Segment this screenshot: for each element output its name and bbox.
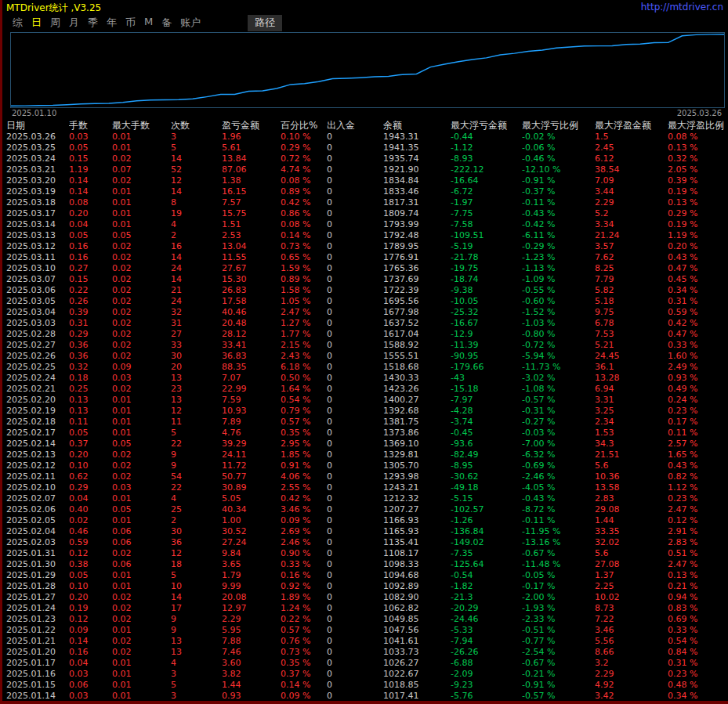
table-row[interactable]: 2025.02.170.050.0154.760.35 %01373.86-0.… (6, 428, 728, 439)
cell-max-float-profit-pct: 0.08 % (668, 132, 728, 143)
table-row[interactable]: 2025.02.060.400.052540.343.46 %01207.27-… (6, 504, 728, 515)
table-row[interactable]: 2025.02.130.200.02924.111.85 %01329.81-8… (6, 449, 728, 460)
cell-deposit: 0 (327, 691, 383, 702)
table-row[interactable]: 2025.02.280.290.022728.121.77 %01617.04-… (6, 329, 728, 340)
table-row[interactable]: 2025.03.240.150.021413.840.72 %01935.74-… (6, 153, 728, 164)
table-row[interactable]: 2025.02.250.320.092088.356.18 %01518.68-… (6, 362, 728, 373)
column-header-percent[interactable]: 百分比% (281, 119, 327, 132)
table-row[interactable]: 2025.03.190.140.011416.150.89 %01833.46-… (6, 186, 728, 197)
cell-date: 2025.03.05 (6, 296, 69, 307)
cell-max-float-loss: -7.97 (451, 395, 522, 406)
table-row[interactable]: 2025.01.280.100.01109.990.92 %01092.89-1… (6, 581, 728, 592)
table-row[interactable]: 2025.01.160.030.0133.820.37 %01022.67-2.… (6, 669, 728, 680)
table-row[interactable]: 2025.03.211.190.075287.064.74 %01921.90-… (6, 164, 728, 175)
table-row[interactable]: 2025.02.140.370.052239.292.95 %01369.10-… (6, 439, 728, 449)
table-row[interactable]: 2025.03.200.140.02121.380.08 %01834.84-1… (6, 175, 728, 186)
cell-balance: 1017.41 (383, 691, 451, 702)
menu-item-quarterly[interactable]: 季 (87, 16, 99, 30)
column-header-max-float-loss-pct[interactable]: 最大浮亏比例 (522, 119, 595, 132)
table-row[interactable]: 2025.01.290.050.0151.790.16 %01094.68-0.… (6, 570, 728, 581)
cell-deposit: 0 (327, 548, 383, 559)
table-row[interactable]: 2025.02.190.130.011210.930.79 %01392.68-… (6, 406, 728, 417)
column-header-balance[interactable]: 余额 (383, 119, 451, 132)
table-row[interactable]: 2025.03.110.160.021411.550.65 %01776.91-… (6, 252, 728, 263)
cell-percent: 0.54 % (281, 395, 327, 406)
cell-percent: 0.35 % (281, 658, 327, 669)
table-row[interactable]: 2025.02.180.110.01117.890.57 %01381.75-3… (6, 417, 728, 428)
table-row[interactable]: 2025.02.030.590.063627.242.46 %01135.41-… (6, 537, 728, 548)
table-row[interactable]: 2025.02.070.040.0145.050.42 %01212.32-5.… (6, 493, 728, 504)
cell-lots: 0.13 (69, 406, 112, 417)
table-row[interactable]: 2025.02.200.130.01137.590.54 %01400.27-7… (6, 395, 728, 406)
cell-max-float-profit: 8.25 (595, 263, 668, 274)
table-row[interactable]: 2025.02.050.020.0121.000.09 %01166.93-1.… (6, 515, 728, 526)
table-row[interactable]: 2025.02.260.360.023036.832.43 %01555.51-… (6, 351, 728, 362)
cell-balance: 1098.33 (383, 559, 451, 570)
table-row[interactable]: 2025.01.200.160.02137.460.73 %01033.73-2… (6, 647, 728, 658)
cell-balance: 1921.90 (383, 164, 451, 175)
table-row[interactable]: 2025.01.230.120.0292.290.22 %01049.85-24… (6, 614, 728, 625)
table-row[interactable]: 2025.02.210.250.022322.991.64 %01423.26-… (6, 384, 728, 395)
path-button[interactable]: 路径 (248, 15, 282, 31)
menu-item-account[interactable]: 账户 (179, 16, 201, 30)
cell-max-float-profit: 33.35 (595, 526, 668, 537)
cell-max-float-loss-pct: -8.72 % (522, 504, 595, 515)
column-header-count[interactable]: 次数 (171, 119, 222, 132)
table-row[interactable]: 2025.01.310.120.02129.840.90 %01108.17-7… (6, 548, 728, 559)
table-row[interactable]: 2025.01.170.040.0143.600.35 %01026.27-6.… (6, 658, 728, 669)
menu-item-monthly[interactable]: 月 (68, 16, 80, 30)
table-row[interactable]: 2025.03.050.260.022417.581.05 %01695.56-… (6, 296, 728, 307)
table-row[interactable]: 2025.01.220.090.0195.950.57 %01047.56-5.… (6, 625, 728, 636)
table-row[interactable]: 2025.02.110.620.025450.774.06 %01293.98-… (6, 471, 728, 482)
cell-percent: 4.74 % (281, 164, 327, 175)
cell-max-float-loss: -1.82 (451, 581, 522, 592)
menu-item-yearly[interactable]: 年 (106, 16, 118, 30)
cell-lots: 0.29 (69, 482, 112, 493)
table-row[interactable]: 2025.02.040.460.063030.522.69 %01165.93-… (6, 526, 728, 537)
menu-item-m[interactable]: M (143, 16, 154, 30)
table-row[interactable]: 2025.03.170.200.011915.750.86 %01809.74-… (6, 208, 728, 219)
column-header-max-float-loss[interactable]: 最大浮亏金额 (451, 119, 522, 132)
column-header-date[interactable]: 日期 (6, 119, 69, 132)
cell-date: 2025.01.14 (6, 691, 69, 702)
table-row[interactable]: 2025.02.100.290.032230.892.55 %01243.21-… (6, 482, 728, 493)
menu-item-currency[interactable]: 币 (125, 16, 136, 30)
table-row[interactable]: 2025.03.250.050.0155.610.29 %01941.35-1.… (6, 143, 728, 153)
table-row[interactable]: 2025.03.070.150.021415.300.89 %01737.69-… (6, 274, 728, 285)
column-header-max-float-profit-pct[interactable]: 最大浮盈比例 (668, 119, 728, 132)
table-row[interactable]: 2025.03.130.050.0522.530.14 %01792.48-10… (6, 230, 728, 241)
table-row[interactable]: 2025.03.040.390.023240.462.47 %01677.98-… (6, 307, 728, 318)
table-row[interactable]: 2025.01.140.030.0130.930.09 %01017.41-5.… (6, 691, 728, 702)
table-row[interactable]: 2025.01.210.140.02137.880.76 %01041.61-7… (6, 636, 728, 647)
table-row[interactable]: 2025.03.140.040.0141.510.08 %01793.99-7.… (6, 219, 728, 230)
column-header-lots[interactable]: 手数 (69, 119, 112, 132)
cell-max-float-profit: 3.46 (595, 625, 668, 636)
column-header-pl-amount[interactable]: 盈亏金额 (222, 119, 281, 132)
cell-max-float-loss-pct: -1.93 % (522, 603, 595, 614)
column-header-max-float-profit[interactable]: 最大浮盈金额 (595, 119, 668, 132)
table-row[interactable]: 2025.01.300.380.06183.650.33 %01098.33-1… (6, 559, 728, 570)
column-header-deposit[interactable]: 出入金 (327, 119, 383, 132)
cell-max-float-loss: -93.6 (451, 439, 522, 449)
table-row[interactable]: 2025.02.120.100.02911.720.91 %01305.70-8… (6, 460, 728, 471)
table-row[interactable]: 2025.01.240.190.021712.971.24 %01062.82-… (6, 603, 728, 614)
menu-item-summary[interactable]: 综 (12, 16, 24, 30)
cell-percent: 0.29 % (281, 143, 327, 153)
table-row[interactable]: 2025.03.120.160.021613.040.73 %01789.95-… (6, 241, 728, 252)
menu-item-daily[interactable]: 日 (31, 16, 42, 30)
table-row[interactable]: 2025.02.240.180.03137.070.50 %01430.33-4… (6, 373, 728, 384)
table-row[interactable]: 2025.03.060.220.022126.831.58 %01722.39-… (6, 285, 728, 296)
table-row[interactable]: 2025.03.180.080.0187.570.42 %01817.31-1.… (6, 197, 728, 208)
app-url-link[interactable]: http://mtdriver.cn (641, 2, 723, 13)
table-row[interactable]: 2025.03.030.310.023120.481.27 %01637.52-… (6, 318, 728, 329)
table-row[interactable]: 2025.01.270.200.021420.081.89 %01082.90-… (6, 592, 728, 603)
menu-item-weekly[interactable]: 周 (49, 16, 61, 30)
menu-item-memo[interactable]: 备 (161, 16, 172, 30)
table-row[interactable]: 2025.01.150.060.0151.440.14 %01018.85-9.… (6, 680, 728, 691)
table-row[interactable]: 2025.02.270.360.023333.412.15 %01588.92-… (6, 340, 728, 351)
cell-lots: 0.13 (69, 395, 112, 406)
column-header-max-lots[interactable]: 最大手数 (112, 119, 171, 132)
chart-start-date-label: 2025.01.10 (12, 109, 56, 118)
table-row[interactable]: 2025.03.260.030.0131.960.10 %01943.31-0.… (6, 132, 728, 143)
table-row[interactable]: 2025.03.100.270.022427.671.59 %01765.36-… (6, 263, 728, 274)
